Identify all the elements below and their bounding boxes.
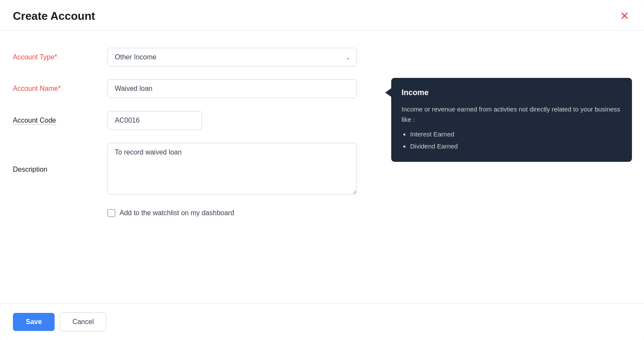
cancel-button[interactable]: Cancel [60, 312, 106, 331]
account-name-input-wrapper [107, 79, 357, 98]
account-code-input[interactable] [107, 111, 202, 130]
account-type-select[interactable]: Other Income [107, 48, 357, 66]
account-type-select-wrapper: Other Income ⌄ [107, 48, 357, 66]
create-account-modal: Create Account ✕ Account Type* Other Inc… [0, 0, 644, 340]
close-button[interactable]: ✕ [618, 9, 631, 23]
account-code-input-wrapper [107, 111, 202, 130]
account-code-label: Account Code [13, 117, 107, 124]
modal-title: Create Account [13, 9, 95, 23]
description-label: Description [13, 166, 107, 173]
modal-header: Create Account ✕ [0, 0, 644, 31]
income-tooltip-container: Income Income or revenue earned from act… [391, 78, 632, 162]
modal-body: Account Type* Other Income ⌄ Account Nam… [0, 31, 644, 303]
tooltip-list: Interest Earned Dividend Earned [402, 129, 622, 151]
tooltip-arrow [385, 88, 391, 97]
watchlist-row: Add to the watchlist on my dashboard [107, 209, 631, 217]
tooltip-description: Income or revenue earned from activties … [402, 104, 622, 125]
account-type-label: Account Type* [13, 53, 107, 61]
account-type-row: Account Type* Other Income ⌄ [13, 48, 631, 66]
watchlist-label: Add to the watchlist on my dashboard [120, 209, 234, 217]
income-tooltip: Income Income or revenue earned from act… [391, 78, 632, 162]
tooltip-list-item: Dividend Earned [410, 141, 622, 151]
description-textarea[interactable] [107, 143, 357, 195]
account-name-label: Account Name* [13, 85, 107, 93]
description-textarea-wrapper [107, 143, 357, 196]
save-button[interactable]: Save [13, 313, 55, 331]
account-name-input[interactable] [107, 79, 357, 98]
watchlist-checkbox[interactable] [107, 209, 115, 217]
tooltip-title: Income [402, 87, 622, 99]
tooltip-list-item: Interest Earned [410, 129, 622, 139]
modal-footer: Save Cancel [0, 303, 644, 340]
